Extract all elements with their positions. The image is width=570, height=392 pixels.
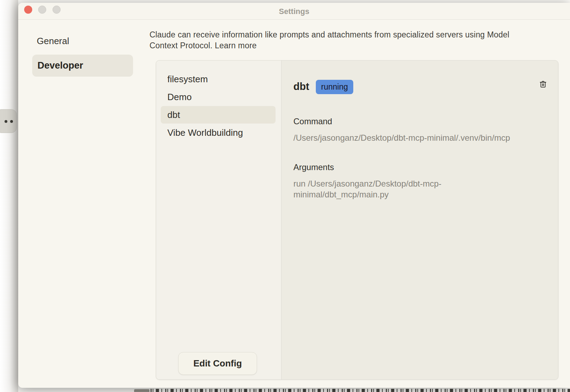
- server-item-label: filesystem: [167, 74, 208, 85]
- server-list-item-demo[interactable]: Demo: [161, 88, 276, 106]
- sidebar-item-label: Developer: [37, 60, 83, 71]
- background-drag-handle[interactable]: [0, 109, 17, 133]
- server-item-label: Vibe Worldbuilding: [167, 127, 243, 138]
- arguments-value: run /Users/jasonganz/Desktop/dbt-mcp-min…: [293, 178, 468, 200]
- server-list-item-dbt[interactable]: dbt: [161, 106, 276, 124]
- server-list: filesystem Demo dbt Vibe Worldbuilding: [156, 70, 281, 142]
- server-list-item-filesystem[interactable]: filesystem: [161, 70, 276, 88]
- command-label: Command: [293, 117, 332, 126]
- sidebar-item-general[interactable]: General: [37, 36, 69, 47]
- background-app-area: [0, 0, 18, 392]
- learn-more-link[interactable]: Learn more: [215, 41, 257, 50]
- settings-window: Settings General Developer Claude can re…: [18, 3, 570, 388]
- dot-icon: [10, 120, 13, 123]
- server-list-column: filesystem Demo dbt Vibe Worldbuilding E…: [156, 61, 281, 379]
- edit-config-button[interactable]: Edit Config: [178, 352, 257, 375]
- server-item-label: dbt: [167, 110, 180, 120]
- window-title: Settings: [18, 7, 570, 16]
- server-item-label: Demo: [167, 92, 192, 103]
- server-detail-name: dbt: [293, 81, 309, 92]
- description-text: Claude can receive information like prom…: [150, 30, 509, 50]
- trash-icon: [538, 85, 548, 90]
- titlebar[interactable]: Settings: [18, 3, 570, 20]
- dot-icon: [5, 120, 7, 123]
- delete-server-button[interactable]: [538, 79, 548, 90]
- sidebar-item-developer[interactable]: Developer: [32, 55, 133, 77]
- server-list-item-vibe-worldbuilding[interactable]: Vibe Worldbuilding: [161, 124, 276, 141]
- status-badge: running: [316, 80, 353, 94]
- background-window-fragment: [134, 389, 150, 392]
- mcp-servers-panel: filesystem Demo dbt Vibe Worldbuilding E…: [156, 60, 558, 380]
- clipped-background-text: [151, 389, 570, 392]
- command-value: /Users/jasonganz/Desktop/dbt-mcp-minimal…: [293, 132, 552, 143]
- mcp-description: Claude can receive information like prom…: [150, 29, 535, 51]
- arguments-label: Arguments: [293, 162, 334, 172]
